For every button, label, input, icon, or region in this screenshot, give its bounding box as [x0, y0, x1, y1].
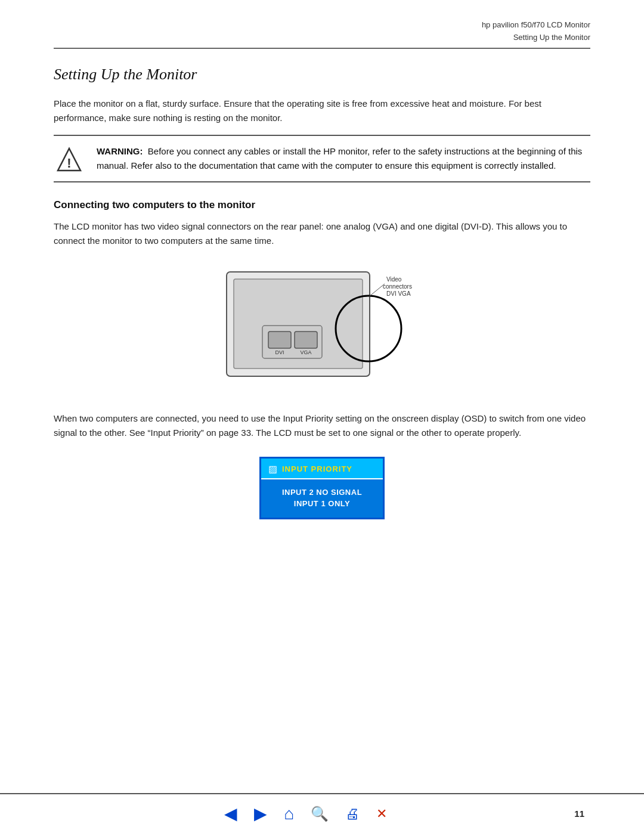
header-product: hp pavilion f50/f70 LCD Monitor — [482, 19, 590, 32]
warning-icon: ! — [56, 147, 82, 173]
warning-body: Before you connect any cables or install… — [97, 146, 582, 171]
nav-print-button[interactable]: 🖨 — [345, 806, 360, 822]
page-number: 11 — [574, 809, 590, 819]
svg-text:DVI: DVI — [275, 349, 284, 355]
header-right: hp pavilion f50/f70 LCD Monitor Setting … — [482, 19, 590, 44]
page-container: hp pavilion f50/f70 LCD Monitor Setting … — [0, 0, 644, 833]
warning-text: WARNING: Before you connect any cables o… — [97, 144, 590, 173]
nav-forward-button[interactable]: ▶ — [254, 804, 267, 823]
svg-text:connectors: connectors — [383, 283, 412, 290]
nav-back-button[interactable]: ◀ — [224, 804, 237, 823]
osd-line1: INPUT 2 NO SIGNAL — [268, 488, 376, 497]
header-chapter: Setting Up the Monitor — [482, 32, 590, 44]
svg-line-10 — [369, 284, 385, 297]
footer-icons-group: ◀ ▶ ⌂ 🔍 🖨 ✕ — [54, 804, 558, 823]
svg-text:!: ! — [67, 156, 71, 171]
intro-text: Place the monitor on a flat, sturdy surf… — [54, 97, 590, 125]
warning-icon-container: ! — [54, 144, 85, 173]
svg-rect-6 — [295, 332, 317, 348]
nav-close-button[interactable]: ✕ — [376, 806, 387, 822]
subsection-text2: When two computers are connected, you ne… — [54, 411, 590, 440]
subsection-text1: The LCD monitor has two video signal con… — [54, 219, 590, 248]
osd-container: ▨ INPUT PRIORITY INPUT 2 NO SIGNAL INPUT… — [54, 457, 590, 519]
osd-box: ▨ INPUT PRIORITY INPUT 2 NO SIGNAL INPUT… — [259, 457, 385, 519]
svg-text:VGA: VGA — [300, 349, 311, 355]
warning-box: ! WARNING: Before you connect any cables… — [54, 135, 590, 182]
main-content: Setting Up the Monitor Place the monitor… — [0, 49, 644, 793]
monitor-diagram-svg: DVI VGA Video connectors DVI VGA — [221, 260, 423, 397]
osd-title-bar: ▨ INPUT PRIORITY — [261, 459, 383, 479]
svg-text:Video: Video — [386, 276, 402, 283]
warning-label: WARNING: — [97, 146, 143, 156]
svg-rect-5 — [268, 332, 291, 348]
osd-line2: INPUT 1 ONLY — [268, 499, 376, 508]
header-area: hp pavilion f50/f70 LCD Monitor Setting … — [0, 0, 644, 44]
osd-body: INPUT 2 NO SIGNAL INPUT 1 ONLY — [261, 479, 383, 518]
osd-icon: ▨ — [268, 463, 277, 475]
nav-search-button[interactable]: 🔍 — [311, 806, 329, 822]
footer-nav: ◀ ▶ ⌂ 🔍 🖨 ✕ 11 — [0, 793, 644, 833]
monitor-diagram-area: DVI VGA Video connectors DVI VGA — [54, 260, 590, 397]
osd-title: INPUT PRIORITY — [282, 465, 352, 473]
section-title: Setting Up the Monitor — [54, 66, 590, 83]
nav-home-button[interactable]: ⌂ — [284, 804, 294, 823]
subsection-heading: Connecting two computers to the monitor — [54, 199, 590, 211]
svg-text:DVI   VGA: DVI VGA — [386, 290, 411, 297]
